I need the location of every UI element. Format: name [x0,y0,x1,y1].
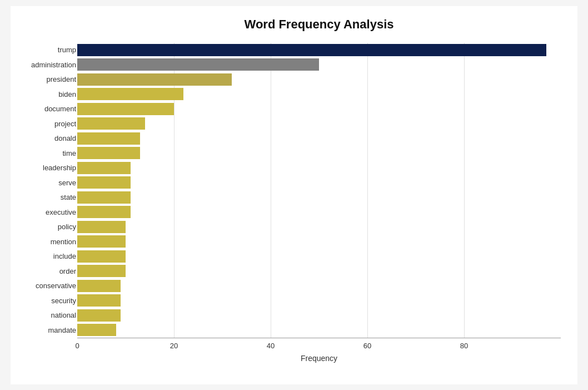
y-axis-label: leadership [16,162,76,174]
bars-wrapper [77,43,561,338]
y-axis-label: president [16,73,76,86]
chart-container: Word Frequency Analysis trumpadministrat… [11,6,577,384]
x-tick: 60 [363,342,371,350]
bar-row [77,103,561,115]
bar-row [77,162,561,174]
bar-fill [77,309,121,322]
bar-fill [77,162,131,174]
y-axis-label: conservative [16,280,76,292]
bar-row [77,44,561,56]
y-axis-label: order [16,265,76,277]
bar-fill [77,176,131,189]
x-tick: 20 [170,342,178,350]
bar-row [77,58,561,71]
bar-fill [77,191,131,204]
y-axis-label: mention [16,235,76,248]
bar-fill [77,250,126,263]
bar-row [77,294,561,307]
bar-fill [77,58,319,71]
chart-title: Word Frequency Analysis [77,17,561,32]
bar-fill [77,132,140,145]
bar-row [77,117,561,130]
bar-row [77,88,561,100]
bar-fill [77,44,546,56]
bar-row [77,176,561,189]
bar-row [77,235,561,248]
y-axis-label: biden [16,88,76,100]
y-axis-label: policy [16,221,76,233]
x-tick: 80 [460,342,468,350]
y-axis-label: state [16,191,76,204]
x-tick: 40 [267,342,275,350]
bar-fill [77,280,121,292]
y-axis-labels: trumpadministrationpresidentbidendocumen… [16,43,76,338]
bar-row [77,250,561,263]
bar-row [77,191,561,204]
bar-row [77,324,561,336]
bar-row [77,280,561,292]
bar-row [77,132,561,145]
x-tick: 0 [75,342,79,350]
y-axis-label: trump [16,44,76,56]
y-axis-label: mandate [16,324,76,336]
bar-fill [77,147,140,159]
bar-row [77,309,561,322]
bar-row [77,147,561,159]
x-axis: Frequency 020406080 [77,338,561,360]
y-axis-label: security [16,294,76,307]
bar-fill [77,324,116,336]
bar-fill [77,206,131,218]
y-axis-label: document [16,103,76,115]
bar-fill [77,117,145,130]
bar-fill [77,103,174,115]
y-axis-label: time [16,147,76,159]
y-axis-label: serve [16,176,76,189]
bar-fill [77,294,121,307]
bar-fill [77,235,126,248]
y-axis-label: administration [16,58,76,71]
bar-row [77,221,561,233]
bar-row [77,265,561,277]
bar-fill [77,221,126,233]
y-axis-label: donald [16,132,76,145]
y-axis-label: project [16,117,76,130]
chart-area: trumpadministrationpresidentbidendocumen… [77,43,561,360]
y-axis-label: executive [16,206,76,218]
x-axis-label: Frequency [301,354,337,363]
bar-fill [77,73,232,86]
bar-row [77,206,561,218]
bar-fill [77,88,183,100]
y-axis-label: include [16,250,76,263]
y-axis-label: national [16,309,76,322]
bar-fill [77,265,126,277]
bar-row [77,73,561,86]
